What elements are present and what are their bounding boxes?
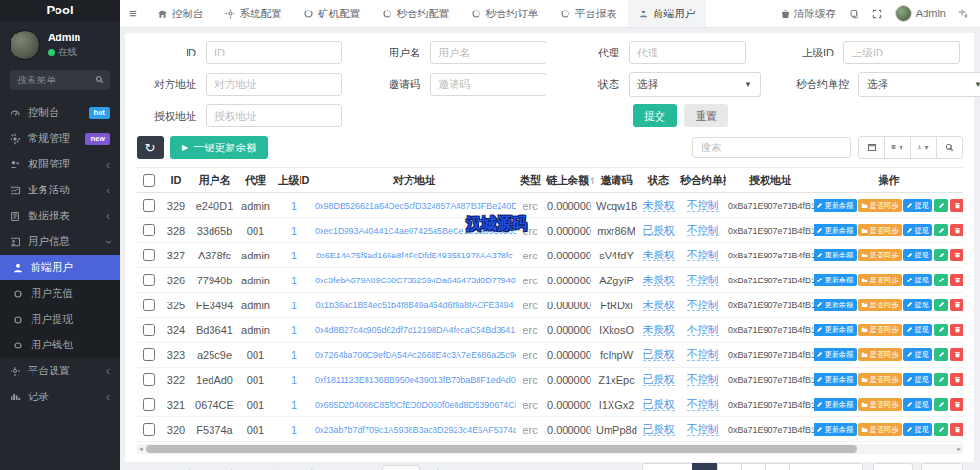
control-link[interactable]: 不控制 [687,274,719,286]
copy-icon[interactable] [849,9,859,19]
parent-id-link[interactable]: 1 [291,325,297,336]
edit-button[interactable] [934,199,948,212]
scroll-left-arrow-icon[interactable]: ◂ [137,444,145,454]
filter-address-input[interactable] [206,73,342,96]
page-button-2[interactable]: 2 [717,463,742,470]
address-link[interactable]: 0x1b36ac1B54ec51b4f8B49a454d6f9a8fACFE34… [315,301,513,310]
withdraw-button[interactable]: 提现 [903,324,932,337]
withdraw-button[interactable]: 提现 [903,199,932,213]
sync-toggle-button[interactable]: 是否同步 [858,274,902,287]
update-balance-button[interactable]: 更新余额 [814,199,857,213]
status-link[interactable]: 未授权 [643,199,675,212]
page-size-select[interactable]: 10 ▲ [382,465,420,470]
sync-toggle-button[interactable]: 是否同步 [858,373,902,387]
control-link[interactable]: 不控制 [687,299,719,311]
withdraw-button[interactable]: 提现 [903,348,932,362]
table-search-input[interactable] [692,137,851,158]
filter-control-select[interactable]: 选择 ▼ [858,72,980,97]
address-link[interactable]: 0x4d8B27c4c905d62df7d12198DA4fecaC54Bd36… [315,325,515,335]
reset-button[interactable]: 重置 [684,104,728,127]
delete-button[interactable] [950,348,964,361]
update-balance-button[interactable]: 更新余额 [814,274,857,287]
next-page-button[interactable]: 下一页 [813,463,863,470]
col-header-balance[interactable]: 链上余额⇅ [545,168,594,193]
sync-toggle-button[interactable]: 是否同步 [858,299,902,312]
control-link[interactable]: 不控制 [687,423,719,436]
withdraw-button[interactable]: 提现 [903,299,932,312]
tab-miner-config[interactable]: 矿机配置 [293,0,371,27]
row-checkbox[interactable] [143,199,155,212]
withdraw-button[interactable]: 提现 [903,423,932,436]
scroll-right-arrow-icon[interactable]: ▸ [955,444,963,454]
parent-id-link[interactable]: 1 [291,225,297,236]
row-checkbox[interactable] [143,299,155,311]
tab-seconds-contract-config[interactable]: 秒合约配置 [371,0,460,27]
address-link[interactable]: 0xf1811123E8136BB950e439013fB70baB8F1edA… [315,375,516,385]
user-menu[interactable]: Admin [895,5,946,22]
parent-id-link[interactable]: 1 [291,250,297,261]
delete-button[interactable] [950,249,964,261]
row-checkbox[interactable] [143,398,155,411]
update-balance-button[interactable]: 更新余额 [814,224,857,237]
delete-button[interactable] [950,274,964,286]
sidebar-item-activities[interactable]: 业务活动 ‹ [0,177,120,203]
page-button-5[interactable]: 5 [789,463,813,470]
row-checkbox[interactable] [143,348,155,361]
address-link[interactable]: 0xc3febA679A89C38C7362594Da646473d0D7794… [315,276,516,285]
update-balance-button[interactable]: 更新余额 [814,249,857,262]
jump-button[interactable]: 跳转 [921,463,963,470]
page-button-4[interactable]: 4 [765,463,790,470]
sidebar-item-user-recharge[interactable]: 用户充值 [0,280,120,306]
edit-button[interactable] [934,398,948,411]
cogs-icon[interactable] [958,9,969,19]
sidebar-item-reports[interactable]: 数据报表 ‹ [0,203,120,229]
withdraw-button[interactable]: 提现 [903,224,932,237]
fullscreen-icon[interactable] [872,9,882,19]
row-checkbox[interactable] [143,274,155,286]
search-button[interactable] [936,136,963,159]
row-checkbox[interactable] [143,324,155,336]
update-balance-button[interactable]: 更新余额 [814,324,857,337]
delete-button[interactable] [950,324,964,336]
control-link[interactable]: 不控制 [687,249,719,261]
update-balance-button[interactable]: 更新余额 [814,373,857,387]
address-link[interactable]: 0xec1D993A40441C4ae07425a5BeCe1e58B933d6… [315,226,516,235]
columns-dropdown-button[interactable]: ▼ [884,136,911,159]
filter-username-input[interactable] [430,41,546,64]
parent-id-link[interactable]: 1 [291,399,297,411]
control-link[interactable]: 不控制 [687,348,719,361]
row-checkbox[interactable] [143,373,155,386]
filter-agent-input[interactable] [629,41,746,64]
sync-toggle-button[interactable]: 是否同步 [858,423,902,436]
filter-invite-input[interactable] [430,73,546,96]
control-link[interactable]: 不控制 [687,398,719,411]
edit-button[interactable] [934,224,948,236]
status-link[interactable]: 未授权 [643,324,675,336]
edit-button[interactable] [934,348,948,361]
sync-toggle-button[interactable]: 是否同步 [858,324,902,337]
control-link[interactable]: 不控制 [687,224,719,236]
withdraw-button[interactable]: 提现 [903,373,932,387]
control-link[interactable]: 不控制 [687,324,719,336]
sync-toggle-button[interactable]: 是否同步 [858,348,902,362]
horizontal-scrollbar[interactable]: ◂ ▸ [137,444,963,454]
update-balance-button[interactable]: 更新余额 [814,348,857,362]
page-button-1[interactable]: 1 [692,463,717,470]
sidebar-item-user-info[interactable]: 用户信息 ‹ [0,229,120,255]
sidebar-item-front-users[interactable]: 前端用户 [0,255,120,280]
address-link[interactable]: 0x6E14A75f9ad166e8f4FcDfdE493581978AA378… [316,251,513,260]
parent-id-link[interactable]: 1 [291,424,297,436]
withdraw-button[interactable]: 提现 [903,398,932,412]
export-dropdown-button[interactable]: ▼ [910,136,937,159]
refresh-button[interactable]: ↻ [137,136,164,159]
delete-button[interactable] [950,373,964,386]
scrollbar-thumb[interactable] [146,445,857,453]
parent-id-link[interactable]: 1 [291,300,297,311]
update-all-balances-button[interactable]: ▶ 一键更新余额 [170,136,268,159]
select-all-checkbox[interactable] [143,174,155,187]
sidebar-item-user-wallet[interactable]: 用户钱包 [0,332,120,358]
edit-button[interactable] [934,423,948,436]
tab-seconds-contract-orders[interactable]: 秒合约订单 [460,0,549,27]
filter-parent-id-input[interactable] [843,41,960,64]
jump-page-input[interactable] [873,463,913,470]
